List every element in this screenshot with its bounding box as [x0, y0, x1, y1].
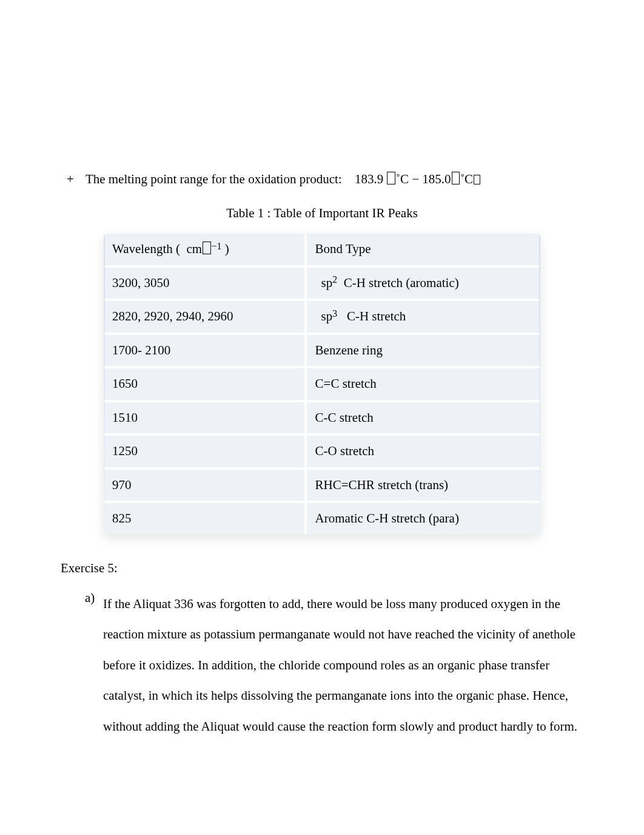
wavelength-cell: 970	[104, 468, 306, 502]
melting-point-text: The melting point range for the oxidatio…	[86, 172, 342, 186]
wavelength-cell: 1250	[104, 434, 306, 468]
ir-peaks-table: Wavelength ( cm−1 ) Bond Type 3200, 3050…	[104, 234, 540, 535]
table-row: 970RHC=CHR stretch (trans)	[104, 468, 540, 502]
table-row: 1510C-C stretch	[104, 401, 540, 435]
list-bullet: +	[67, 170, 82, 189]
bond-cell: sp3 C-H stretch	[306, 300, 540, 334]
wavelength-cell: 1510	[104, 401, 306, 435]
exercise-item-text: If the Aliquat 336 was forgotten to add,…	[103, 589, 583, 742]
col-bond-header: Bond Type	[306, 234, 540, 266]
melting-point-value: 183.9 ˚C − 185.0˚C	[355, 172, 481, 186]
table-body: 3200, 3050sp2 C-H stretch (aromatic)2820…	[104, 266, 540, 535]
col-wavelength-header: Wavelength ( cm−1 )	[104, 234, 306, 266]
table-row: 1250C-O stretch	[104, 434, 540, 468]
bond-cell: C-C stretch	[306, 401, 540, 435]
exercise-item-a: a) If the Aliquat 336 was forgotten to a…	[85, 589, 583, 742]
bond-cell: C-O stretch	[306, 434, 540, 468]
melting-point-line: + The melting point range for the oxidat…	[61, 170, 583, 189]
table-header-row: Wavelength ( cm−1 ) Bond Type	[104, 234, 540, 266]
table-caption: Table 1 : Table of Important IR Peaks	[61, 204, 583, 223]
table-row: 825Aromatic C-H stretch (para)	[104, 502, 540, 535]
exercise-heading: Exercise 5:	[61, 559, 583, 578]
exercise-list: a) If the Aliquat 336 was forgotten to a…	[61, 589, 583, 742]
list-marker: a)	[85, 589, 103, 742]
table-row: 1650C=C stretch	[104, 367, 540, 401]
bond-cell: C=C stretch	[306, 367, 540, 401]
bond-cell: Aromatic C-H stretch (para)	[306, 502, 540, 535]
table-row: 3200, 3050sp2 C-H stretch (aromatic)	[104, 266, 540, 300]
bond-cell: sp2 C-H stretch (aromatic)	[306, 266, 540, 300]
wavelength-cell: 825	[104, 502, 306, 535]
wavelength-cell: 1650	[104, 367, 306, 401]
table-row: 2820, 2920, 2940, 2960sp3 C-H stretch	[104, 300, 540, 334]
table-row: 1700- 2100Benzene ring	[104, 334, 540, 368]
bond-cell: RHC=CHR stretch (trans)	[306, 468, 540, 502]
ir-peaks-table-wrap: Wavelength ( cm−1 ) Bond Type 3200, 3050…	[104, 234, 540, 535]
wavelength-cell: 3200, 3050	[104, 266, 306, 300]
bond-cell: Benzene ring	[306, 334, 540, 368]
document-page: + The melting point range for the oxidat…	[0, 0, 644, 835]
wavelength-cell: 2820, 2920, 2940, 2960	[104, 300, 306, 334]
wavelength-cell: 1700- 2100	[104, 334, 306, 368]
